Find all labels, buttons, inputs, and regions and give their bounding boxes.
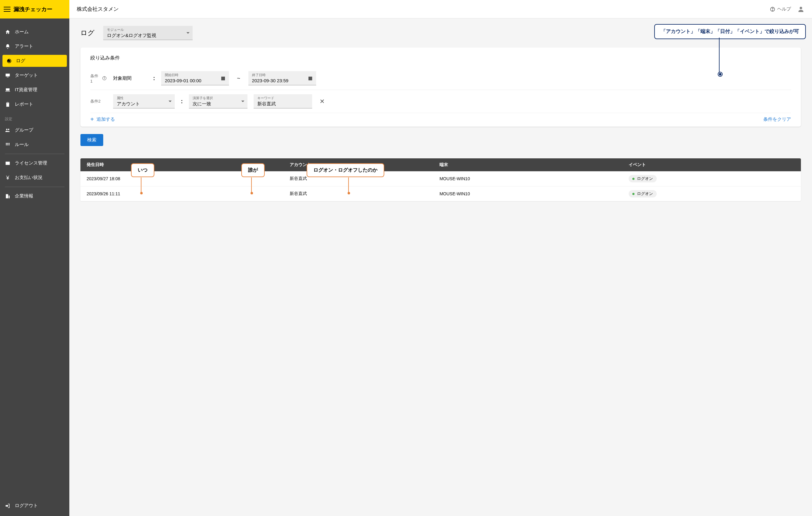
cell-terminal: MOUSE-WIN10 [433,186,622,202]
sidebar-item-rule[interactable]: ルール [0,138,69,152]
hamburger-icon[interactable] [4,7,10,12]
table-row[interactable]: 2023/09/26 11:11 新谷直武 MOUSE-WIN10 ログオン [81,186,801,202]
end-datetime-field[interactable]: 終了日時 2023-09-30 23:59 [249,71,316,85]
bell-icon [5,44,10,49]
col-terminal: 端末 [433,158,622,171]
field-label: キーワード [257,96,303,100]
keyword-input[interactable]: キーワード 新谷直武 [254,94,312,109]
sidebar-item-label: IT資産管理 [15,87,37,93]
sidebar-item-company[interactable]: 企業情報 [0,189,69,203]
col-event: イベント [622,158,801,171]
condition-row-1: 条件1 対象期間 : 開始日時 2023-09-01 00:00 ~ 終了日時 … [90,67,791,90]
col-datetime: 発生日時 [81,158,284,171]
sidebar-item-label: 企業情報 [15,193,33,199]
event-badge: ログオン [629,175,657,182]
monitor-user-icon [5,73,10,78]
sidebar-divider [5,154,64,154]
filter-card: 絞り込み条件 条件1 対象期間 : 開始日時 2023-09-01 00:00 … [81,48,801,127]
sidebar-item-alert[interactable]: アラート [0,39,69,54]
cell-datetime: 2023/09/26 11:11 [81,186,284,202]
sidebar-item-group[interactable]: グループ [0,123,69,138]
field-value: 2023-09-01 00:00 [165,77,220,84]
cell-account: 新谷直武 [284,186,433,202]
field-label: 属性 [117,96,166,100]
attribute-select[interactable]: 属性 アカウント [113,94,175,109]
filter-title: 絞り込み条件 [90,55,791,61]
table-row[interactable]: 2023/09/27 18:08 新谷直武 MOUSE-WIN10 ログオン [81,171,801,186]
sidebar-item-license[interactable]: ライセンス管理 [0,156,69,170]
module-select[interactable]: モジュール ログオン&ログオフ監視 [103,26,193,40]
filter-actions: + 追加する 条件をクリア [90,113,791,122]
sidebar-item-payment[interactable]: お支払い状況 [0,170,69,185]
sidebar-item-label: ログ [16,58,25,64]
help-link[interactable]: ヘルプ [770,6,791,12]
sidebar-item-itasset[interactable]: IT資産管理 [0,83,69,97]
search-button[interactable]: 検索 [81,134,103,146]
add-label: 追加する [96,117,115,122]
laptop-icon [5,87,10,93]
sidebar-item-label: ログアウト [15,503,38,509]
cell-account: 新谷直武 [284,171,433,186]
condition-row-2: 条件2 属性 アカウント : 演算子を選択 次に一致 キーワード 新谷直武 ✕ [90,90,791,113]
grid-icon [5,142,10,148]
remove-condition-button[interactable]: ✕ [318,98,326,105]
card-icon [5,160,10,166]
cell-datetime: 2023/09/27 18:08 [81,171,284,186]
clipboard-icon [5,102,10,107]
colon: : [153,75,155,82]
help-label: ヘルプ [777,6,791,12]
clear-conditions-button[interactable]: 条件をクリア [763,117,791,122]
sidebar-item-logout[interactable]: ログアウト [0,498,69,516]
event-badge: ログオン [629,190,657,198]
info-icon[interactable] [102,76,107,81]
field-label: 終了日時 [252,73,308,77]
building-icon [5,193,10,199]
history-icon [6,58,12,64]
svg-point-2 [800,7,802,9]
sidebar-item-label: お支払い状況 [15,175,42,181]
col-account: アカウント [284,158,433,171]
cond1-label: 条件1 [90,73,107,84]
field-label: モジュール [107,28,184,32]
field-value: 新谷直武 [257,100,303,107]
sidebar-item-label: ルール [15,142,29,148]
home-icon [5,29,10,35]
sidebar-item-home[interactable]: ホーム [0,25,69,39]
log-table: 発生日時 アカウント 端末 イベント 2023/09/27 18:08 新谷直武… [81,158,801,201]
sidebar-item-label: グループ [15,127,33,133]
operator-select[interactable]: 演算子を選択 次に一致 [189,94,248,109]
colon: : [181,98,183,105]
company-name: 株式会社スタメン [77,5,119,12]
add-condition-button[interactable]: + 追加する [90,116,115,122]
sidebar-item-report[interactable]: レポート [0,97,69,112]
chevron-down-icon [241,100,244,102]
sidebar-item-label: ターゲット [15,72,38,78]
app-header: 漏洩チェッカー [0,0,69,19]
cell-event: ログオン [622,186,801,202]
sidebar-item-label: アラート [15,43,33,49]
status-dot-icon [632,178,635,180]
field-value: 次に一致 [193,100,239,107]
svg-point-1 [772,10,773,11]
field-label: 演算子を選択 [193,96,239,100]
sidebar-divider [5,187,64,187]
field-value: アカウント [117,100,166,107]
sidebar-item-log[interactable]: ログ [2,55,67,67]
page-heading-row: ログ モジュール ログオン&ログオフ監視 [81,26,801,40]
cond2-label: 条件2 [90,98,107,104]
group-icon [5,127,10,133]
field-value: ログオン&ログオフ監視 [107,32,184,38]
page-title: ログ [81,28,95,38]
sidebar-nav: ホーム アラート ログ ターゲット IT資産管理 レポート 設定 グループ [0,19,69,203]
avatar-icon[interactable] [797,5,805,13]
table-header-row: 発生日時 アカウント 端末 イベント [81,158,801,171]
sidebar-item-target[interactable]: ターゲット [0,68,69,83]
calendar-icon [220,75,226,81]
start-datetime-field[interactable]: 開始日時 2023-09-01 00:00 [161,71,229,85]
main: 株式会社スタメン ヘルプ ログ モジュール ログオン&ログオフ監視 絞り込み条件… [69,0,812,516]
sidebar: 漏洩チェッカー ホーム アラート ログ ターゲット IT資産管理 レポート 設定 [0,0,69,516]
chevron-down-icon [186,32,190,34]
cell-terminal: MOUSE-WIN10 [433,171,622,186]
sidebar-item-label: ライセンス管理 [15,160,47,166]
field-label: 開始日時 [165,73,220,77]
